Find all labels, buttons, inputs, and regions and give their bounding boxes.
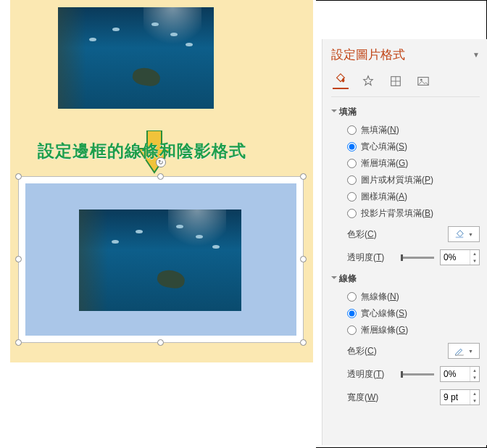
fill-section-header[interactable]: 填滿 — [331, 101, 480, 122]
resize-handle[interactable] — [15, 339, 22, 346]
fill-color-row: 色彩(C) ▼ — [331, 222, 480, 245]
framed-image — [79, 210, 241, 311]
line-transparency-spinner[interactable]: ▲▼ — [440, 366, 480, 382]
line-section-header[interactable]: 線條 — [331, 268, 480, 289]
spinner-down[interactable]: ▼ — [470, 397, 479, 405]
fill-color-label: 色彩(C) — [347, 228, 377, 241]
line-option-none[interactable]: 無線條(N) — [347, 289, 480, 305]
line-transparency-label: 透明度(T) — [347, 368, 384, 381]
svg-rect-5 — [456, 237, 464, 238]
fill-transparency-label: 透明度(T) — [347, 252, 384, 264]
effects-tab-icon[interactable] — [360, 73, 376, 89]
line-option-solid[interactable]: 實心線條(S) — [347, 305, 480, 322]
line-color-button[interactable]: ▼ — [448, 343, 480, 359]
resize-handle[interactable] — [15, 173, 22, 180]
fill-line-tab-icon[interactable] — [333, 73, 349, 89]
line-color-row: 色彩(C) ▼ — [331, 339, 480, 362]
chevron-down-icon: ▼ — [468, 349, 473, 354]
chevron-down-icon: ▼ — [468, 232, 473, 237]
sea-illustration — [79, 210, 241, 311]
fill-options: 無填滿(N) 實心填滿(S) 漸層填滿(G) 圖片或材質填滿(P) 圖樣填滿(A… — [331, 122, 480, 222]
line-width-row: 寬度(W) ▲▼ — [331, 385, 480, 408]
line-width-label: 寬度(W) — [347, 391, 378, 404]
resize-handle[interactable] — [157, 173, 164, 180]
fill-transparency-slider[interactable] — [401, 257, 434, 259]
spinner-up[interactable]: ▲ — [470, 390, 479, 397]
collapse-icon — [331, 109, 337, 112]
line-transparency-slider[interactable] — [401, 373, 434, 376]
paint-bucket-icon — [454, 229, 465, 239]
rotate-handle[interactable] — [156, 157, 166, 167]
resize-handle[interactable] — [157, 339, 164, 346]
fill-option-slidebg[interactable]: 投影片背景填滿(B) — [347, 205, 480, 222]
fill-option-solid[interactable]: 實心填滿(S) — [347, 138, 480, 155]
spinner-down[interactable]: ▼ — [470, 374, 479, 381]
panel-menu-icon[interactable]: ▼ — [473, 51, 480, 59]
size-properties-tab-icon[interactable] — [388, 73, 404, 89]
spinner-down[interactable]: ▼ — [470, 257, 479, 265]
fill-color-button[interactable]: ▼ — [448, 226, 480, 242]
resize-handle[interactable] — [300, 339, 307, 346]
headline-text: 設定邊框的線條和陰影格式 — [38, 140, 246, 162]
line-transparency-row: 透明度(T) ▲▼ — [331, 362, 480, 385]
selected-picture-frame[interactable] — [19, 177, 303, 342]
fill-transparency-input[interactable] — [441, 250, 470, 265]
fill-transparency-spinner[interactable]: ▲▼ — [440, 249, 480, 265]
format-picture-panel: 設定圖片格式 ▼ 填滿 無填滿(N) 實心填滿(S) 漸層填滿(G) 圖片或材質… — [322, 39, 487, 445]
top-image[interactable] — [58, 7, 214, 109]
fill-option-pattern[interactable]: 圖樣填滿(A) — [347, 188, 480, 205]
fill-transparency-row: 透明度(T) ▲▼ — [331, 245, 480, 268]
svg-rect-6 — [456, 354, 464, 355]
svg-point-4 — [420, 79, 423, 81]
line-option-gradient[interactable]: 漸層線條(G) — [347, 322, 480, 339]
line-transparency-input[interactable] — [441, 367, 470, 381]
panel-title-text: 設定圖片格式 — [331, 46, 405, 63]
spinner-up[interactable]: ▲ — [470, 250, 479, 257]
fill-option-gradient[interactable]: 漸層填滿(G) — [347, 155, 480, 172]
fill-option-none[interactable]: 無填滿(N) — [347, 122, 480, 138]
resize-handle[interactable] — [15, 256, 22, 262]
fill-option-picture[interactable]: 圖片或材質填滿(P) — [347, 172, 480, 188]
spinner-up[interactable]: ▲ — [470, 367, 479, 374]
panel-title: 設定圖片格式 ▼ — [331, 46, 480, 63]
sea-illustration — [58, 7, 214, 109]
slide-canvas: 設定邊框的線條和陰影格式 — [0, 0, 316, 448]
line-options: 無線條(N) 實心線條(S) 漸層線條(G) — [331, 289, 480, 339]
resize-handle[interactable] — [300, 256, 307, 262]
picture-tab-icon[interactable] — [415, 73, 431, 89]
pen-icon — [454, 346, 465, 356]
resize-handle[interactable] — [300, 173, 307, 180]
line-width-input[interactable] — [441, 390, 470, 405]
panel-tab-icons — [331, 72, 480, 97]
collapse-icon — [331, 276, 337, 279]
line-color-label: 色彩(C) — [347, 345, 377, 357]
line-width-spinner[interactable]: ▲▼ — [440, 389, 480, 405]
